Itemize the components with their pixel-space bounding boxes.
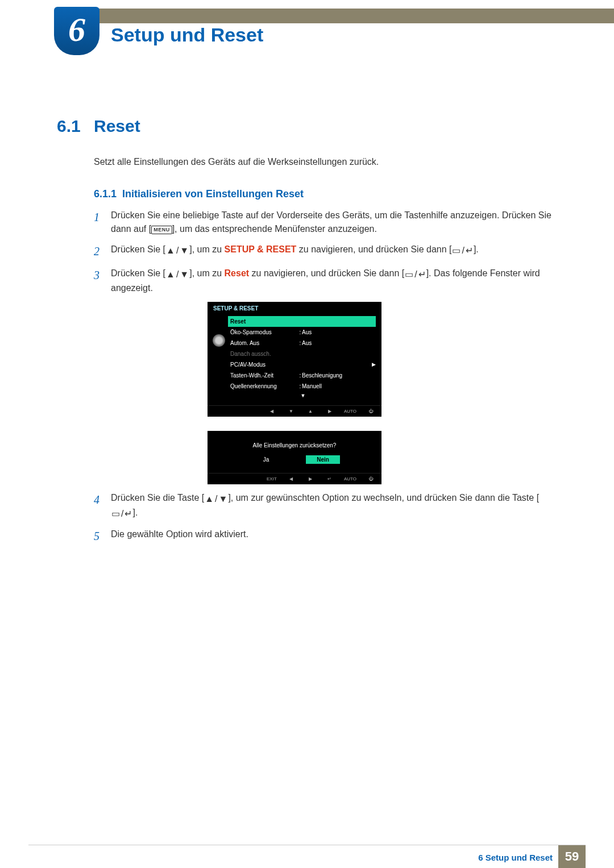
subsection-title: Initialisieren von Einstellungen Reset (122, 188, 304, 200)
osd-setup-reset: SETUP & RESET Reset Öko-Sparmodus:Aus Au… (208, 302, 381, 417)
step-list: 1 Drücken Sie eine beliebige Taste auf d… (94, 209, 554, 545)
osd-row: PC/AV-Modus▶ (230, 359, 376, 370)
step-text: Drücken Sie [▲/▼], um zu Reset zu navigi… (111, 267, 554, 295)
subsection-number: 6.1.1 (94, 188, 122, 200)
osd-row-disabled: Danach aussch. (230, 348, 376, 359)
osd-confirm: Alle Einstellungen zurücksetzen? Ja Nein… (208, 431, 381, 484)
page-footer: 6 Setup und Reset 59 (0, 845, 614, 868)
left-key-icon: ◀ (267, 409, 277, 414)
osd-title: SETUP & RESET (208, 302, 381, 315)
step-number: 5 (94, 528, 111, 545)
step-number: 3 (94, 267, 111, 295)
up-down-key-icon: ▲/▼ (165, 268, 189, 281)
step-text: Drücken Sie die Taste [▲/▼], um zur gewü… (111, 491, 554, 521)
exit-key-label: EXIT (267, 476, 277, 481)
enter-key-icon: ↵ (325, 476, 335, 481)
chapter-title: Setup und Reset (111, 24, 263, 46)
power-key-icon: ⏻ (366, 409, 376, 414)
section-title: Reset (94, 117, 140, 136)
up-down-key-icon: ▲/▼ (165, 244, 189, 258)
enter-key-icon: ▭/↵ (404, 268, 426, 281)
section-heading: 6.1 Reset (57, 117, 614, 136)
step-3: 3 Drücken Sie [▲/▼], um zu Reset zu navi… (94, 267, 554, 295)
right-key-icon: ▶ (305, 476, 316, 481)
osd-row-reset: Reset (228, 316, 376, 327)
scroll-down-icon: ▼ (230, 392, 376, 401)
chapter-number: 6 (54, 10, 99, 49)
enter-key-icon: ▭/↵ (451, 244, 473, 258)
osd-rows: Reset Öko-Sparmodus:Aus Autom. Aus:Aus D… (230, 315, 381, 405)
step-number: 2 (94, 243, 111, 260)
chapter-header: 6 Setup und Reset (0, 0, 614, 68)
menu-key-icon: MENU (151, 226, 172, 235)
step-text: Drücken Sie [▲/▼], um zu SETUP & RESET z… (111, 243, 554, 260)
osd-footer-keys: ◀ ▼ ▲ ▶ AUTO ⏻ (208, 405, 381, 417)
highlight-reset: Reset (225, 268, 250, 278)
osd-row: Autom. Aus:Aus (230, 338, 376, 348)
header-bar (97, 9, 614, 23)
page-number: 59 (558, 845, 586, 868)
footer-text: 6 Setup und Reset (478, 853, 553, 862)
chapter-badge: 6 (54, 7, 99, 55)
right-key-icon: ▶ (325, 409, 335, 414)
section-number: 6.1 (57, 117, 94, 136)
auto-key-label: AUTO (344, 409, 356, 414)
osd-row: Öko-Sparmodus:Aus (230, 327, 376, 338)
step-text: Die gewählte Option wird aktiviert. (111, 528, 554, 545)
up-key-icon: ▲ (305, 409, 316, 414)
left-key-icon: ◀ (286, 476, 296, 481)
step-1: 1 Drücken Sie eine beliebige Taste auf d… (94, 209, 554, 236)
enter-key-icon: ▭/↵ (111, 507, 132, 521)
confirm-message: Alle Einstellungen zurücksetzen? (208, 431, 381, 455)
osd-row: Tasten-Wdh.-Zeit:Beschleunigung (230, 370, 376, 381)
power-key-icon: ⏻ (366, 476, 376, 481)
step-number: 1 (94, 209, 111, 236)
osd-side-icon (208, 315, 230, 405)
subsection-heading: 6.1.1 Initialisieren von Einstellungen R… (94, 188, 614, 200)
step-5: 5 Die gewählte Option wird aktiviert. (94, 528, 554, 545)
osd-screenshots: SETUP & RESET Reset Öko-Sparmodus:Aus Au… (208, 302, 554, 484)
section-intro: Setzt alle Einstellungen des Geräts auf … (94, 156, 554, 168)
highlight-setup-reset: SETUP & RESET (225, 244, 297, 254)
gear-icon (213, 334, 225, 347)
confirm-yes: Ja (249, 455, 283, 464)
up-down-key-icon: ▲/▼ (204, 492, 228, 506)
osd-row: Quellenerkennung:Manuell (230, 381, 376, 392)
osd-footer-keys: EXIT ◀ ▶ ↵ AUTO ⏻ (208, 473, 381, 484)
step-number: 4 (94, 491, 111, 521)
step-text: Drücken Sie eine beliebige Taste auf der… (111, 209, 554, 236)
auto-key-label: AUTO (344, 476, 356, 481)
confirm-no: Nein (306, 455, 340, 464)
submenu-arrow-icon: ▶ (372, 362, 376, 367)
step-4: 4 Drücken Sie die Taste [▲/▼], um zur ge… (94, 491, 554, 521)
down-key-icon: ▼ (286, 409, 296, 414)
step-2: 2 Drücken Sie [▲/▼], um zu SETUP & RESET… (94, 243, 554, 260)
